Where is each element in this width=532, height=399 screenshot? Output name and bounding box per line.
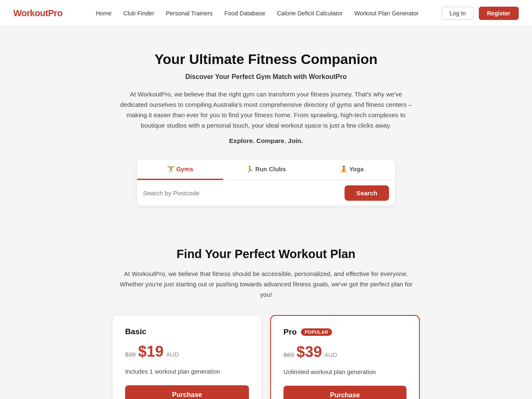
popular-badge: POPULAR: [301, 328, 332, 336]
nav-club-finder[interactable]: Club Finder: [123, 10, 154, 17]
card-header-pro: Pro POPULAR: [283, 328, 406, 337]
price-row-basic: $39 $19 AUD: [125, 343, 249, 360]
navbar: WorkoutPro Home Club Finder Personal Tra…: [0, 0, 532, 27]
search-button[interactable]: Search: [345, 185, 389, 201]
plan-name-basic: Basic: [125, 327, 146, 336]
nav-links: Home Club Finder Personal Trainers Food …: [96, 10, 441, 17]
price-new-pro: $39: [296, 343, 322, 361]
plan-desc-pro: Unlimited workout plan generation: [283, 367, 406, 377]
search-widget: 🏋️ Gyms 🏃 Run Clubs 🧘 Yoga Search: [137, 160, 395, 206]
plan-name-pro: Pro: [283, 328, 297, 337]
price-new-basic: $19: [138, 343, 163, 360]
pricing-card-pro: Pro POPULAR $69 $39 AUD Unlimited workou…: [270, 315, 420, 399]
tab-gyms[interactable]: 🏋️ Gyms: [137, 160, 223, 180]
nav-personal-trainers[interactable]: Personal Trainers: [166, 10, 213, 17]
hero-title: Your Ultimate Fitness Companion: [8, 52, 524, 67]
nav-food-database[interactable]: Food Database: [224, 10, 265, 17]
nav-auth: Log In Register: [442, 7, 519, 20]
tab-yoga[interactable]: 🧘 Yoga: [309, 160, 395, 180]
register-button[interactable]: Register: [479, 7, 519, 20]
nav-home[interactable]: Home: [96, 10, 111, 17]
logo-part2: Pro: [48, 8, 63, 18]
hero-tagline: Explore. Compare. Join.: [8, 137, 524, 145]
search-bar: Search: [137, 180, 395, 206]
price-old-basic: $39: [125, 351, 135, 358]
workout-title: Find Your Perfect Workout Plan: [8, 247, 524, 261]
pricing-cards: Basic $39 $19 AUD Includes 1 workout pla…: [104, 315, 428, 399]
purchase-button-basic[interactable]: Purchase: [125, 385, 249, 399]
workout-description: At WorkoutPro, we believe that fitness s…: [116, 268, 416, 300]
hero-subtitle: Discover Your Perfect Gym Match with Wor…: [8, 73, 524, 81]
hero-description: At WorkoutPro, we believe that the right…: [116, 89, 416, 131]
search-tabs: 🏋️ Gyms 🏃 Run Clubs 🧘 Yoga: [137, 160, 395, 180]
tab-run-clubs[interactable]: 🏃 Run Clubs: [223, 160, 309, 180]
card-header-basic: Basic: [125, 327, 249, 336]
workout-section: Find Your Perfect Workout Plan At Workou…: [0, 222, 532, 399]
price-row-pro: $69 $39 AUD: [283, 343, 406, 361]
login-button[interactable]: Log In: [442, 7, 474, 20]
pricing-card-basic: Basic $39 $19 AUD Includes 1 workout pla…: [112, 315, 262, 399]
price-old-pro: $69: [283, 351, 294, 358]
nav-workout-plan-generator[interactable]: Workout Plan Generator: [355, 10, 419, 17]
hero-section: Your Ultimate Fitness Companion Discover…: [0, 27, 532, 222]
price-currency-basic: AUD: [166, 351, 179, 358]
nav-calorie-calculator[interactable]: Calorie Deficit Calculator: [277, 10, 342, 17]
plan-desc-basic: Includes 1 workout plan generation: [125, 367, 249, 376]
purchase-button-pro[interactable]: Purchase: [283, 386, 406, 399]
search-input[interactable]: [143, 190, 340, 197]
logo[interactable]: WorkoutPro: [13, 8, 79, 19]
logo-part1: Workout: [13, 8, 48, 18]
price-currency-pro: AUD: [325, 352, 337, 358]
